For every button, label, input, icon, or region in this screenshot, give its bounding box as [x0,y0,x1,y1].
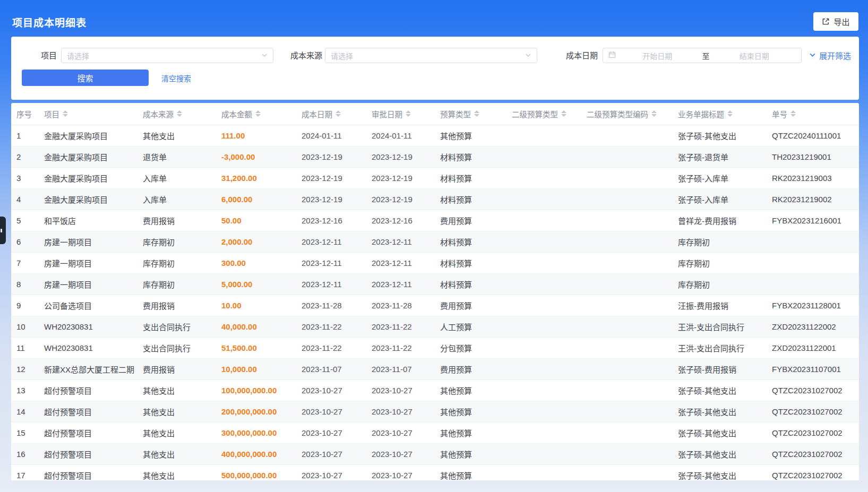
cell-10: QTZC20231027002 [767,379,859,401]
clear-search-link[interactable]: 清空搜索 [161,73,191,83]
cell-4: 2023-11-07 [296,358,366,379]
cell-9: 曾祥龙-费用报销 [673,210,767,231]
sort-icon[interactable] [474,110,479,117]
cell-4: 2023-10-27 [296,464,366,480]
cell-0: 2 [11,146,39,167]
cell-2: 费用报销 [137,295,216,316]
cell-0: 1 [11,125,39,146]
cell-0: 13 [11,379,39,401]
cell-9: 张子硕-其他支出 [673,125,767,146]
export-icon [822,18,830,25]
sort-icon[interactable] [255,110,261,117]
search-button[interactable]: 搜索 [22,70,149,86]
cell-3: 51,500.00 [216,337,296,358]
column-header-2[interactable]: 成本来源 [137,103,216,125]
column-label: 单号 [772,108,787,119]
cell-2: 其他支出 [137,379,216,401]
cell-1: 超付预警项目 [39,443,137,464]
cell-10: RK20231219002 [767,188,859,210]
cell-0: 14 [11,401,39,422]
sort-icon[interactable] [790,110,796,117]
expand-filter-link[interactable]: 展开筛选 [809,50,851,61]
column-label: 审批日期 [372,108,402,119]
project-select[interactable]: 请选择 [61,48,273,63]
column-header-4[interactable]: 成本日期 [296,103,366,125]
cell-4: 2023-10-27 [296,422,366,443]
cell-3: 2,000.00 [216,231,296,252]
cost-date-range-input[interactable]: 开始日期 至 结束日期 [603,48,802,63]
cell-6: 其他预算 [435,422,506,443]
column-label: 序号 [16,108,32,119]
cell-2: 退货单 [137,146,216,167]
cell-1: 超付预警项目 [39,401,137,422]
column-header-8[interactable]: 二级预算类型编码 [581,103,673,125]
page-title: 项目成本明细表 [12,15,87,29]
column-header-3[interactable]: 成本金额 [216,103,296,125]
cell-9: 库存期初 [673,273,767,295]
column-header-10[interactable]: 单号 [767,103,859,125]
column-header-6[interactable]: 预算类型 [435,103,506,125]
cell-5: 2023-10-27 [366,422,435,443]
sort-icon[interactable] [177,110,182,117]
column-header-7[interactable]: 二级预算类型 [506,103,581,125]
cell-3: 111.00 [216,125,296,146]
cell-7 [506,443,581,464]
cell-4: 2023-12-16 [296,210,366,231]
cost-source-select-placeholder: 请选择 [331,50,525,61]
cell-9: 张子硕-退货单 [673,146,767,167]
cell-0: 7 [11,252,39,273]
cell-2: 支出合同执行 [137,337,216,358]
cell-3: 40,000.00 [216,316,296,337]
cell-6: 材料预算 [435,273,506,295]
sort-icon[interactable] [727,110,733,117]
cell-8 [581,188,673,210]
sort-icon[interactable] [406,110,411,117]
chevron-down-icon [809,51,816,60]
cell-2: 其他支出 [137,401,216,422]
cell-6: 其他预算 [435,443,506,464]
cell-0: 4 [11,188,39,210]
cost-source-select[interactable]: 请选择 [325,48,537,63]
cell-4: 2023-12-19 [296,167,366,188]
cell-5: 2023-12-11 [366,231,435,252]
cell-6: 其他预算 [435,464,506,480]
cell-2: 入库单 [137,188,216,210]
cell-0: 11 [11,337,39,358]
export-button[interactable]: 导出 [813,12,858,31]
cell-7 [506,167,581,188]
table-row: 15超付预警项目其他支出300,000,000.002023-10-272023… [11,422,859,443]
cell-5: 2023-11-28 [366,295,435,316]
cell-1: 超付预警项目 [39,464,137,480]
table-row: 2金融大厦采购项目退货单-3,000.002023-12-192023-12-1… [11,146,859,167]
column-header-1[interactable]: 项目 [39,103,137,125]
cell-7 [506,337,581,358]
cell-0: 5 [11,210,39,231]
export-label: 导出 [833,16,849,27]
cell-5: 2023-11-07 [366,358,435,379]
cell-10: ZXD20231122002 [767,316,859,337]
cell-4: 2023-11-22 [296,316,366,337]
sort-icon[interactable] [63,110,68,117]
start-date-input[interactable]: 开始日期 [616,50,699,61]
sort-icon[interactable] [651,110,657,117]
cell-4: 2023-10-27 [296,401,366,422]
sort-icon[interactable] [561,110,566,117]
cell-1: 金融大厦采购项目 [39,188,137,210]
cell-8 [581,464,673,480]
cell-6: 费用预算 [435,358,506,379]
column-header-5[interactable]: 审批日期 [366,103,435,125]
side-drawer-handle[interactable] [0,217,6,244]
sort-icon[interactable] [336,110,341,117]
cell-5: 2023-12-19 [366,188,435,210]
cell-8 [581,125,673,146]
cell-1: 房建一期项目 [39,273,137,295]
project-select-placeholder: 请选择 [67,50,261,61]
end-date-input[interactable]: 结束日期 [713,50,796,61]
column-header-9[interactable]: 业务单据标题 [673,103,767,125]
cell-10: ZXD20231122001 [767,337,859,358]
cell-8 [581,167,673,188]
cell-4: 2023-10-27 [296,443,366,464]
cell-9: 库存期初 [673,252,767,273]
cell-8 [581,379,673,401]
column-label: 二级预算类型编码 [587,108,648,119]
